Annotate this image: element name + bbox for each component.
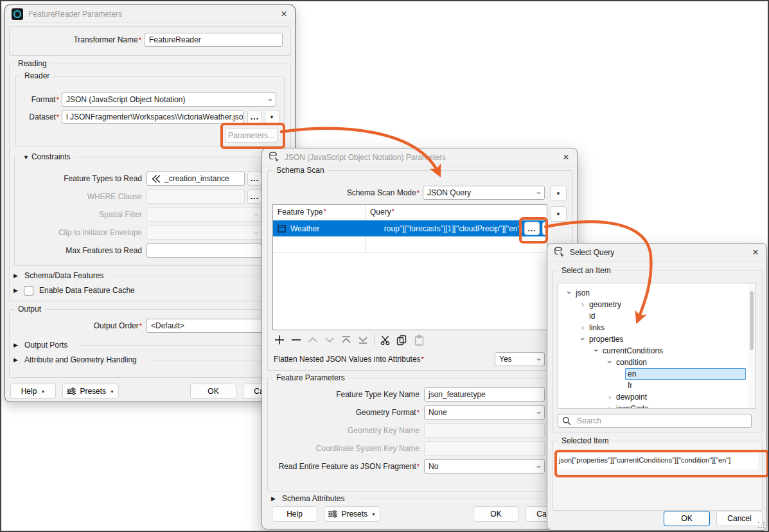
coordinate-system-key-name-label: Coordinate System Key Name: [297, 441, 420, 456]
dialog2-close-icon[interactable]: ×: [561, 152, 570, 163]
max-features-to-read-input[interactable]: [146, 244, 262, 258]
chevron-down-icon[interactable]: ›: [564, 290, 575, 296]
read-entire-feature-label: Read Entire Feature as JSON Fragment: [278, 459, 420, 474]
feature-types-browse-button[interactable]: ...: [247, 172, 262, 186]
tree-item-links[interactable]: ›links: [558, 322, 756, 333]
schema-scan-mode-select[interactable]: JSON Query›: [423, 186, 545, 200]
tree-item-condition[interactable]: ›condition: [558, 357, 756, 368]
presets-button[interactable]: Presets▼: [324, 506, 380, 522]
output-order-select[interactable]: <Default>›: [146, 319, 278, 333]
dialog1-close-icon[interactable]: ×: [279, 8, 288, 19]
chevron-right-icon[interactable]: ›: [606, 403, 613, 409]
where-clause-browse-button[interactable]: ...: [247, 190, 262, 204]
resize-grip[interactable]: [758, 522, 765, 528]
col-feature-type: Feature Type: [278, 208, 326, 217]
flatten-select[interactable]: Yes›: [495, 352, 545, 366]
tree-item-json[interactable]: ›json: [558, 287, 756, 299]
selected-item-label: Selected Item: [558, 436, 612, 445]
schema-data-features-expander-icon[interactable]: [13, 272, 18, 279]
tree-item-geometry[interactable]: ›geometry: [558, 299, 756, 310]
dialog3-title: Select Query: [570, 248, 614, 257]
enable-cache-checkbox[interactable]: [24, 286, 33, 296]
cut-icon[interactable]: [378, 333, 392, 347]
chevron-right-icon[interactable]: ›: [606, 391, 613, 402]
presets-sliders-icon: [67, 387, 76, 395]
remove-row-button[interactable]: [289, 333, 303, 347]
move-up-button[interactable]: [306, 333, 320, 347]
tree-item-iconCode[interactable]: ›iconCode: [558, 403, 756, 409]
constraints-label: Constraints: [31, 152, 71, 161]
table-empty-row[interactable]: [273, 236, 547, 253]
feature-type-key-name-input[interactable]: json_featuretype: [424, 387, 545, 402]
paste-icon: [412, 333, 426, 347]
query-browse-button[interactable]: ...: [524, 222, 540, 235]
schema-attributes-expander-icon[interactable]: [271, 495, 276, 502]
selected-item-group: Selected Item: [552, 441, 763, 511]
dialog1-titlebar[interactable]: FeatureReader Parameters ×: [5, 5, 295, 23]
format-select[interactable]: JSON (JavaScript Object Notation)›: [62, 93, 276, 107]
query-menu-button[interactable]: ▼: [542, 222, 547, 235]
ok-button[interactable]: OK: [190, 384, 236, 399]
feature-types-to-read-input[interactable]: _creation_instance: [146, 172, 245, 186]
add-row-button[interactable]: [272, 333, 287, 347]
table-row-weather[interactable]: Weather roup"]["forecasts"][1]["cloudPre…: [273, 220, 547, 236]
clip-to-initiator-envelope-label: Clip to Initiator Envelope: [31, 226, 142, 240]
parameters-button[interactable]: Parameters...: [225, 128, 278, 143]
schema-scan-mode-label: Schema Scan Mode: [336, 186, 420, 200]
tree-item-fr[interactable]: fr: [558, 380, 756, 391]
search-box[interactable]: [558, 414, 752, 428]
chevron-right-icon[interactable]: ›: [579, 299, 586, 310]
geometry-key-name-input: [424, 423, 545, 438]
tree-item-id[interactable]: id: [558, 310, 756, 322]
dataset-input[interactable]: l JSONFragmenter\Workspaces\VictoriaWeat…: [62, 110, 244, 124]
transformer-name-input[interactable]: FeatureReader: [145, 33, 283, 47]
enable-cache-expander-icon[interactable]: [13, 287, 18, 294]
tree-item-en[interactable]: en: [558, 368, 756, 380]
ok-button[interactable]: OK: [664, 511, 710, 526]
cancel-button[interactable]: Cancel: [716, 511, 763, 526]
move-to-top-button[interactable]: [339, 333, 353, 347]
dialog3-close-icon[interactable]: ×: [751, 247, 760, 258]
schema-scan-mode-menu-button[interactable]: ▼: [550, 186, 567, 201]
attribute-geometry-expander-icon[interactable]: [13, 357, 18, 363]
dataset-menu-button[interactable]: ▼: [265, 110, 279, 124]
tree-item-label: geometry: [589, 299, 621, 310]
dataset-browse-button[interactable]: ...: [247, 110, 262, 124]
chevron-down-icon[interactable]: ›: [591, 348, 602, 354]
move-to-bottom-button[interactable]: [356, 333, 370, 347]
chevron-down-icon: ▼: [110, 389, 114, 394]
copy-icon[interactable]: [394, 333, 409, 347]
geometry-format-select[interactable]: None›: [424, 405, 545, 420]
output-ports-expander-icon[interactable]: [13, 342, 18, 348]
help-button[interactable]: Help▼: [10, 384, 56, 399]
col-query: Query: [370, 208, 394, 217]
chevron-down-icon[interactable]: ›: [605, 359, 615, 366]
chevron-right-icon[interactable]: ›: [579, 322, 586, 333]
featurereader-transformer-icon: [12, 8, 23, 20]
presets-button[interactable]: Presets▼: [62, 384, 119, 399]
tree-item-currentConditions[interactable]: ›currentConditions: [558, 345, 756, 357]
reading-group-label: Reading: [15, 59, 50, 68]
chevron-down-icon: ›: [534, 191, 544, 194]
dialog2-titlebar[interactable]: JSON (JavaScript Object Notation) Parame…: [262, 148, 577, 166]
help-button[interactable]: Help: [272, 506, 317, 522]
selected-item-value: json["properties"]["currentConditions"][…: [559, 456, 730, 464]
read-entire-feature-select[interactable]: No›: [424, 459, 545, 474]
select-item-tree[interactable]: ›json›geometryid›links›properties›curren…: [558, 283, 756, 409]
tree-scrollbar[interactable]: [748, 283, 756, 408]
chevron-down-icon[interactable]: ›: [578, 336, 588, 342]
reader-group-label: Reader: [21, 71, 53, 80]
transformer-name-label: Transformer Name: [44, 33, 141, 47]
tree-item-properties[interactable]: ›properties: [558, 333, 756, 345]
table-menu-button[interactable]: ▼: [550, 206, 567, 222]
move-down-button[interactable]: [323, 333, 337, 347]
dialog3-titlebar[interactable]: Select Query ×: [547, 244, 766, 262]
constraints-collapse-icon[interactable]: [23, 154, 29, 161]
tree-item-dewpoint[interactable]: ›dewpoint: [558, 391, 756, 403]
ok-button[interactable]: OK: [473, 506, 519, 522]
search-input[interactable]: [576, 416, 747, 426]
dialog2-title: JSON (JavaScript Object Notation) Parame…: [285, 153, 446, 162]
output-group-label: Output: [15, 305, 44, 314]
tree-scrollbar-thumb[interactable]: [750, 291, 754, 350]
tree-item-label: iconCode: [616, 403, 649, 409]
